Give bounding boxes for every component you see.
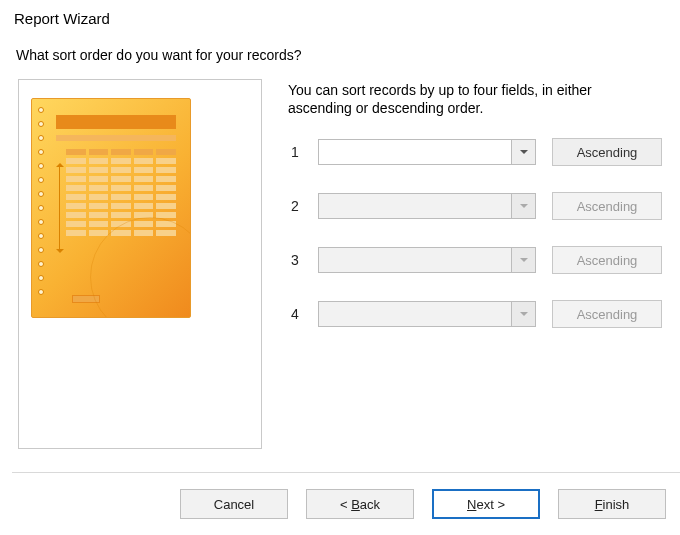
sort-order-2-button: Ascending [552, 192, 662, 220]
report-wizard-dialog: Report Wizard What sort order do you wan… [0, 0, 680, 535]
chevron-down-icon [520, 312, 528, 320]
cancel-button[interactable]: Cancel [180, 489, 288, 519]
row-number: 2 [288, 198, 302, 214]
sort-order-4-button: Ascending [552, 300, 662, 328]
sort-row-3: 3 Ascending [288, 245, 680, 275]
wizard-content: You can sort records by up to four field… [0, 69, 680, 449]
sort-rows: 1 Ascending 2 Ascending 3 [288, 137, 680, 329]
row-number: 1 [288, 144, 302, 160]
sort-arrow-icon [57, 159, 63, 257]
sort-field-1-combo[interactable] [318, 139, 536, 165]
sort-field-1-dropdown-button[interactable] [511, 140, 535, 164]
wizard-button-row: Cancel < Back Next > Finish [180, 489, 680, 519]
sort-field-3-combo [318, 247, 536, 273]
sort-order-3-button: Ascending [552, 246, 662, 274]
preview-panel [18, 79, 262, 449]
sort-field-2-combo [318, 193, 536, 219]
next-button[interactable]: Next > [432, 489, 540, 519]
sort-row-1: 1 Ascending [288, 137, 680, 167]
spiral-binding-icon [38, 107, 44, 309]
chevron-down-icon [520, 204, 528, 212]
row-number: 3 [288, 252, 302, 268]
chevron-down-icon [520, 150, 528, 158]
sort-field-4-dropdown-button [511, 302, 535, 326]
sort-field-4-combo [318, 301, 536, 327]
sort-row-2: 2 Ascending [288, 191, 680, 221]
sort-order-1-button[interactable]: Ascending [552, 138, 662, 166]
chevron-down-icon [520, 258, 528, 266]
sort-field-2-dropdown-button [511, 194, 535, 218]
footer-divider [12, 472, 680, 473]
dialog-title: Report Wizard [0, 0, 680, 31]
sort-field-3-dropdown-button [511, 248, 535, 272]
finish-button[interactable]: Finish [558, 489, 666, 519]
report-preview-illustration [31, 98, 191, 318]
wizard-question: What sort order do you want for your rec… [0, 31, 680, 69]
sort-config-pane: You can sort records by up to four field… [288, 79, 680, 449]
instruction-text: You can sort records by up to four field… [288, 79, 658, 131]
sort-row-4: 4 Ascending [288, 299, 680, 329]
back-button[interactable]: < Back [306, 489, 414, 519]
row-number: 4 [288, 306, 302, 322]
